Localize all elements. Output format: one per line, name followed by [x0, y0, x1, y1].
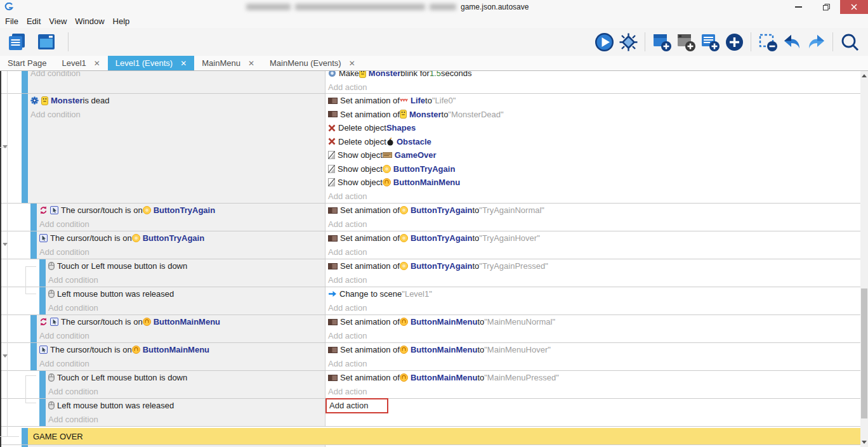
event-mainmenu-released[interactable]: Left mouse button was releasedAdd condit… — [1, 399, 860, 427]
event-instruction[interactable]: Touch or Left mouse button is down — [48, 259, 325, 273]
tab-mainmenu-events[interactable]: MainMenu (Events) ✕ — [262, 56, 363, 70]
menu-edit[interactable]: Edit — [25, 16, 48, 26]
add-comment-icon[interactable] — [699, 31, 721, 53]
event-instruction[interactable]: Set animation of ButtonTryAgain to "TryA… — [328, 204, 860, 217]
conditions-cell[interactable]: The cursor/touch is on ButtonTryAgainAdd… — [37, 204, 325, 231]
tab-close-icon[interactable]: ✕ — [349, 59, 355, 68]
project-manager-icon[interactable] — [6, 31, 28, 53]
restore-button[interactable] — [812, 0, 840, 14]
add-action-button[interactable]: Add action — [328, 359, 367, 368]
event-tryagain-hover[interactable]: The cursor/touch is on ButtonTryAgainAdd… — [1, 231, 860, 259]
event-instruction[interactable]: Show object ButtonMainMenu — [328, 176, 860, 190]
event-instruction[interactable]: Set animation of ButtonTryAgain to "TryA… — [328, 259, 860, 273]
event-tryagain-released[interactable]: Left mouse button was releasedAdd condit… — [1, 287, 860, 315]
event-selection-bar[interactable] — [39, 399, 46, 426]
actions-cell[interactable]: Set animation of Life to "Life0"Set anim… — [325, 94, 860, 203]
conditions-cell[interactable]: Touch or Left mouse button is downAdd co… — [46, 371, 325, 398]
menu-help[interactable]: Help — [112, 16, 137, 26]
scene-window-icon[interactable] — [36, 31, 57, 53]
add-condition-button[interactable]: Add condition — [30, 110, 81, 119]
conditions-cell[interactable]: Left mouse button was releasedAdd condit… — [46, 399, 325, 426]
actions-cell[interactable]: Set animation of ButtonTryAgain to "TryA… — [325, 204, 860, 231]
event-mainmenu-normal[interactable]: The cursor/touch is on ButtonMainMenuAdd… — [1, 315, 860, 343]
actions-cell[interactable]: Set animation of ButtonMainMenu to "Main… — [325, 371, 860, 398]
comment-game-over[interactable]: GAME OVER — [1, 428, 860, 445]
conditions-cell[interactable]: Monster is deadAdd condition — [28, 94, 325, 203]
event-monster-is-dead[interactable]: Monster is deadAdd conditionSet animatio… — [1, 94, 860, 204]
vertical-scrollbar[interactable] — [860, 71, 868, 447]
add-condition-button[interactable]: Add condition — [39, 359, 89, 368]
event-mainmenu-hover[interactable]: The cursor/touch is on ButtonMainMenuAdd… — [1, 343, 860, 371]
actions-cell[interactable]: Make Monster blink for 1.5 secondsAdd ac… — [325, 71, 860, 93]
debugger-icon[interactable] — [617, 31, 639, 53]
event-instruction[interactable]: The cursor/touch is on ButtonMainMenu — [39, 343, 325, 357]
event-instruction[interactable]: Monster is dead — [30, 94, 325, 108]
search-icon[interactable] — [839, 31, 860, 53]
event-instruction[interactable]: Make Monster blink for 1.5 seconds — [328, 71, 860, 81]
event-instruction[interactable]: Delete object Obstacle — [328, 135, 860, 149]
scroll-down-arrow-icon[interactable] — [862, 441, 867, 444]
add-action-button[interactable]: Add action — [328, 331, 367, 340]
event-instruction[interactable]: Delete object Shapes — [328, 121, 860, 135]
add-action-button[interactable]: Add action — [326, 398, 388, 413]
tab-level1-events[interactable]: Level1 (Events) ✕ — [108, 56, 194, 70]
event-instruction[interactable]: The cursor/touch is on ButtonTryAgain — [39, 231, 325, 245]
conditions-cell[interactable]: Left mouse button was releasedAdd condit… — [46, 287, 325, 314]
actions-cell[interactable]: Set animation of ButtonTryAgain to "TryA… — [325, 259, 860, 287]
add-action-button[interactable]: Add action — [328, 387, 367, 396]
event-selection-bar[interactable] — [39, 259, 46, 287]
event-selection-bar[interactable] — [39, 371, 46, 398]
add-subevent-icon[interactable] — [675, 31, 697, 53]
add-condition-button[interactable]: Add condition — [39, 331, 89, 340]
add-condition-button[interactable]: Add condition — [48, 387, 98, 396]
add-condition-button[interactable]: Add condition — [48, 275, 98, 285]
add-condition-button[interactable]: Add condition — [39, 219, 89, 229]
event-instruction[interactable]: Set animation of ButtonTryAgain to "TryA… — [328, 231, 860, 245]
event-selection-bar[interactable] — [30, 343, 37, 370]
add-action-button[interactable]: Add action — [328, 275, 367, 285]
add-condition-button[interactable]: Add condition — [30, 71, 81, 78]
event-instruction[interactable]: Set animation of ButtonMainMenu to "Main… — [328, 371, 860, 385]
conditions-cell[interactable]: The cursor/touch is on ButtonMainMenuAdd… — [37, 315, 325, 342]
add-condition-button[interactable]: Add condition — [48, 303, 98, 313]
add-event-icon[interactable] — [651, 31, 673, 53]
add-action-button[interactable]: Add action — [328, 82, 367, 92]
tab-start-page[interactable]: Start Page — [0, 56, 54, 70]
add-condition-button[interactable]: Add condition — [39, 247, 89, 257]
event-instruction[interactable]: The cursor/touch is on ButtonTryAgain — [39, 204, 325, 217]
event-tail-clipped[interactable]: Add conditionMake Monster blink for 1.5 … — [1, 71, 860, 94]
actions-cell[interactable]: Set animation of ButtonTryAgain to "TryA… — [325, 231, 860, 259]
actions-cell[interactable]: Change to scene "Level1"Add action — [325, 287, 860, 314]
event-selection-bar[interactable] — [22, 94, 28, 203]
event-mainmenu-pressed[interactable]: Touch or Left mouse button is downAdd co… — [1, 371, 860, 399]
event-instruction[interactable]: Set animation of Monster to "MonsterDead… — [328, 108, 860, 122]
tab-mainmenu[interactable]: MainMenu ✕ — [194, 56, 262, 70]
menu-file[interactable]: File — [5, 16, 25, 26]
add-other-event-icon[interactable] — [723, 31, 745, 53]
conditions-cell[interactable]: Add condition — [28, 71, 325, 93]
event-instruction[interactable]: Show object GameOver — [328, 148, 860, 162]
event-instruction[interactable]: The cursor/touch is on ButtonMainMenu — [39, 315, 325, 329]
tab-close-icon[interactable]: ✕ — [180, 59, 187, 68]
tab-level1[interactable]: Level1 ✕ — [54, 56, 107, 70]
close-button[interactable] — [840, 0, 868, 14]
conditions-cell[interactable]: The cursor/touch is on ButtonTryAgainAdd… — [37, 231, 325, 259]
add-action-button[interactable]: Add action — [328, 219, 367, 229]
conditions-cell[interactable]: Touch or Left mouse button is downAdd co… — [46, 259, 325, 287]
actions-cell[interactable]: Set animation of ButtonMainMenu to "Main… — [325, 343, 860, 370]
event-tryagain-pressed[interactable]: Touch or Left mouse button is downAdd co… — [1, 259, 860, 287]
event-selection-bar[interactable] — [39, 287, 46, 314]
add-action-button[interactable]: Add action — [328, 247, 367, 257]
event-selection-bar[interactable] — [30, 204, 37, 231]
event-instruction[interactable]: Set animation of ButtonMainMenu to "Main… — [328, 315, 860, 329]
event-tryagain-normal[interactable]: The cursor/touch is on ButtonTryAgainAdd… — [1, 204, 860, 231]
undo-icon[interactable] — [781, 31, 803, 53]
event-instruction[interactable]: Show object ButtonTryAgain — [328, 162, 860, 176]
delete-selection-icon[interactable] — [757, 31, 779, 53]
scrollbar-thumb[interactable] — [861, 288, 867, 418]
scroll-up-arrow-icon[interactable] — [862, 74, 867, 77]
tab-close-icon[interactable]: ✕ — [94, 59, 100, 68]
event-selection-bar[interactable] — [30, 231, 37, 259]
play-icon[interactable] — [593, 31, 615, 53]
event-instruction[interactable]: Change to scene "Level1" — [328, 287, 860, 301]
